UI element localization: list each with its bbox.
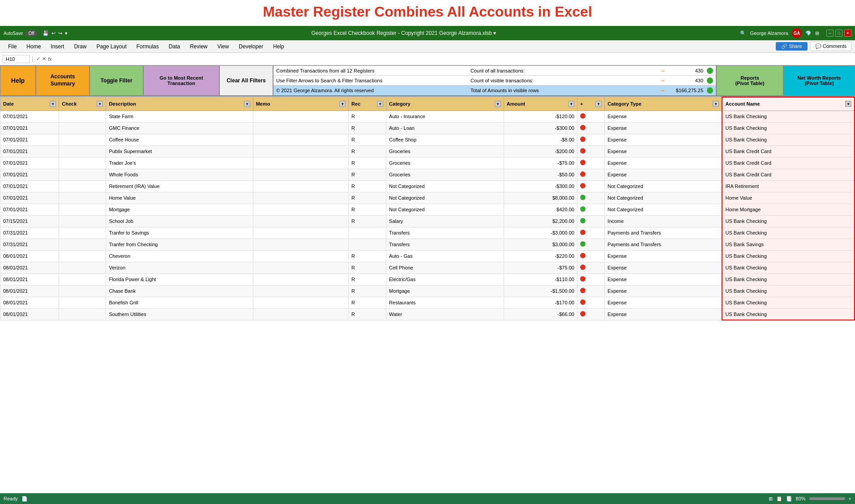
table-row: 07/01/2021 GMC Finance R Auto - Loan -$3… <box>0 122 855 134</box>
cell-rec <box>349 227 386 239</box>
comments-button[interactable]: 💬 Comments <box>810 42 851 51</box>
cell-rec: R <box>349 192 386 204</box>
accounts-summary-button[interactable]: Accounts Summary <box>36 65 90 96</box>
title-banner: Master Register Combines All Accounts in… <box>0 0 855 26</box>
x-icon[interactable]: ✕ <box>42 56 46 62</box>
col-header-cat[interactable]: Category▾ <box>386 97 504 111</box>
menu-view[interactable]: View <box>213 42 234 51</box>
zoom-slider[interactable] <box>809 497 845 500</box>
menu-review[interactable]: Review <box>185 42 212 51</box>
cell-rec: R <box>349 169 386 180</box>
table-body: 07/01/2021 State Farm R Auto - Insurance… <box>0 111 855 320</box>
cell-dot <box>577 169 604 180</box>
diamond-icon[interactable]: 💎 <box>805 30 812 36</box>
col-header-check[interactable]: Check▾ <box>59 97 106 111</box>
zoom-label: 80% <box>796 496 806 501</box>
restore-button[interactable]: □ <box>835 30 842 37</box>
amount-filter-arrow[interactable]: ▾ <box>568 101 574 107</box>
user-avatar: GA <box>792 28 802 38</box>
col-header-memo[interactable]: Memo▾ <box>253 97 348 111</box>
window-controls[interactable]: ─ □ ✕ <box>826 30 851 37</box>
date-filter-arrow[interactable]: ▾ <box>50 101 56 107</box>
minimize-button[interactable]: ─ <box>826 30 834 37</box>
close-button[interactable]: ✕ <box>844 30 851 37</box>
cell-check <box>59 122 106 134</box>
menu-formulas[interactable]: Formulas <box>132 42 163 51</box>
page-layout-icon[interactable]: 📑 <box>786 496 792 502</box>
col-header-accname[interactable]: Account Name▾ <box>722 97 855 111</box>
rec-filter-arrow[interactable]: ▾ <box>377 101 383 107</box>
menu-developer[interactable]: Developer <box>234 42 268 51</box>
plus-filter-arrow[interactable]: ▾ <box>595 101 602 107</box>
cell-rec: R <box>349 215 386 227</box>
cell-check <box>59 250 106 262</box>
cell-memo <box>253 204 348 215</box>
desc-filter-arrow[interactable]: ▾ <box>244 101 250 107</box>
title-bar-left: AutoSave Off 💾 ↩ ↪ ▾ <box>4 30 68 36</box>
cell-amount: -$66.00 <box>504 308 577 320</box>
cell-desc: Publix Supermarket <box>106 145 253 157</box>
cell-dot <box>577 204 604 215</box>
table-row: 07/31/2021 Tranfer from Checking Transfe… <box>0 239 855 250</box>
menu-data[interactable]: Data <box>164 42 184 51</box>
save-icon[interactable]: 💾 <box>43 30 49 36</box>
arrow-icon-1: → <box>659 67 666 74</box>
check-icon[interactable]: ✓ <box>36 56 40 62</box>
networth-button[interactable]: Net Worth Reports (Pivot Table) <box>783 65 855 96</box>
share-button[interactable]: 🔗 Share <box>776 42 807 51</box>
menu-help[interactable]: Help <box>269 42 289 51</box>
col-header-rec[interactable]: Rec▾ <box>349 97 386 111</box>
menu-home[interactable]: Home <box>22 42 45 51</box>
cell-memo <box>253 134 348 145</box>
cell-check <box>59 134 106 145</box>
help-button[interactable]: Help <box>0 65 36 96</box>
cell-desc: Mortgage <box>106 204 253 215</box>
goto-transaction-button[interactable]: Go to Most Recent Transaction <box>143 65 219 96</box>
cell-accname: IRA Retirement <box>722 180 855 192</box>
clear-filters-button[interactable]: Clear All Filters <box>219 65 273 96</box>
toggle-filter-button[interactable]: Toggle Filter <box>90 65 143 96</box>
accname-filter-arrow[interactable]: ▾ <box>845 101 851 107</box>
cell-date: 07/01/2021 <box>0 204 59 215</box>
menu-file[interactable]: File <box>4 42 21 51</box>
grid-icon[interactable]: ⊞ <box>769 496 773 502</box>
cell-amount: -$300.00 <box>504 180 577 192</box>
cattype-filter-arrow[interactable]: ▾ <box>713 101 719 107</box>
col-header-amount[interactable]: Amount▾ <box>504 97 577 111</box>
cell-memo <box>253 297 348 308</box>
autosave-toggle[interactable]: Off <box>26 30 37 36</box>
cell-date: 08/01/2021 <box>0 250 59 262</box>
cell-check <box>59 215 106 227</box>
cell-cat: Groceries <box>386 169 504 180</box>
col-header-date[interactable]: Date▾ <box>0 97 59 111</box>
cell-check <box>59 180 106 192</box>
cell-memo <box>253 215 348 227</box>
table-container[interactable]: Date▾ Check▾ Description▾ Memo▾ Rec▾ <box>0 97 855 493</box>
cell-dot <box>577 239 604 250</box>
cat-filter-arrow[interactable]: ▾ <box>495 101 501 107</box>
formula-input[interactable] <box>53 56 852 62</box>
autosave-label: AutoSave <box>4 31 23 36</box>
menu-draw[interactable]: Draw <box>69 42 91 51</box>
menu-page-layout[interactable]: Page Layout <box>92 42 131 51</box>
layout-view-icon[interactable]: 📋 <box>776 496 782 502</box>
zoom-in-icon[interactable]: + <box>849 496 851 501</box>
arrow-icon-2: → <box>659 77 666 84</box>
cell-check <box>59 273 106 285</box>
menu-insert[interactable]: Insert <box>46 42 68 51</box>
cell-rec: R <box>349 111 386 122</box>
undo-icon[interactable]: ↩ <box>51 30 56 36</box>
redo-icon[interactable]: ↪ <box>58 30 62 36</box>
col-header-cattype[interactable]: Category Type▾ <box>605 97 722 111</box>
col-header-desc[interactable]: Description▾ <box>106 97 253 111</box>
fx-icon[interactable]: fx <box>48 56 52 62</box>
cell-reference[interactable] <box>3 55 30 63</box>
cell-date: 07/01/2021 <box>0 192 59 204</box>
layout-icon[interactable]: ⊞ <box>815 30 819 36</box>
check-filter-arrow[interactable]: ▾ <box>97 101 103 107</box>
cell-cattype: Income <box>605 215 722 227</box>
reports-button[interactable]: Reports (Pivot Table) <box>716 65 783 96</box>
memo-filter-arrow[interactable]: ▾ <box>339 101 346 107</box>
search-icon[interactable]: 🔍 <box>740 30 746 36</box>
col-header-plus[interactable]: +▾ <box>577 97 604 111</box>
